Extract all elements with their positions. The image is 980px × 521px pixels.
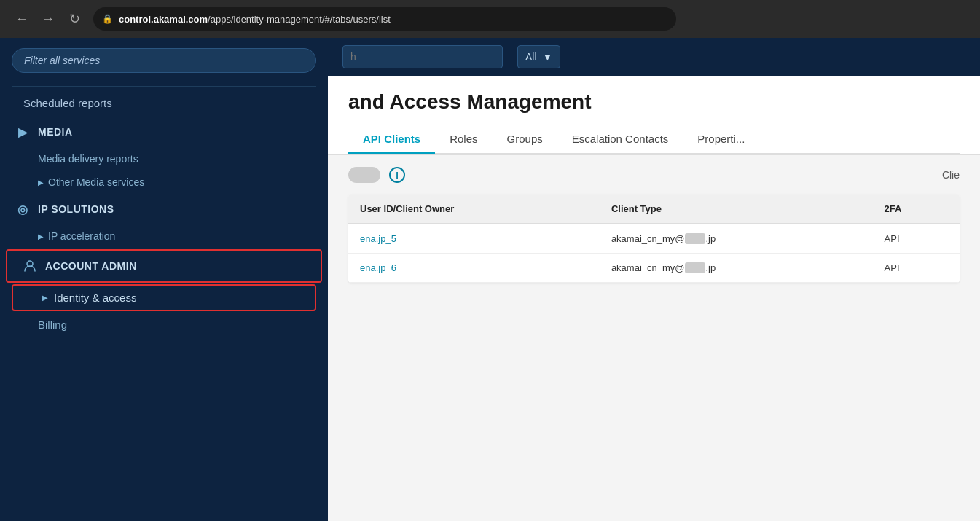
back-button[interactable]: ← bbox=[12, 9, 32, 29]
address-domain: control.akamai.com bbox=[119, 14, 208, 25]
filter-all-label: All bbox=[525, 51, 537, 63]
dropdown-arrow-icon: ▼ bbox=[543, 51, 553, 63]
client-name-cell: ena.jp_5 bbox=[348, 224, 600, 254]
clie-label: Clie bbox=[942, 169, 960, 181]
sidebar-item-identity-access[interactable]: ▶ Identity & access bbox=[12, 284, 316, 311]
user-id-cell-2: akamai_cn_my@ .jp bbox=[600, 254, 873, 283]
main-layout: Filter all services Scheduled reports ▶ … bbox=[0, 38, 980, 521]
browser-chrome: ← → ↻ 🔒 control.akamai.com/apps/identity… bbox=[0, 0, 980, 38]
client-type-cell-2: API bbox=[873, 254, 960, 283]
sidebar-item-media-delivery-reports[interactable]: Media delivery reports bbox=[0, 147, 328, 171]
tab-groups[interactable]: Groups bbox=[493, 125, 557, 154]
ip-acceleration-label: IP acceleration bbox=[48, 230, 115, 242]
reload-button[interactable]: ↻ bbox=[64, 9, 85, 29]
table-row: ena.jp_5 akamai_cn_my@ .jp API bbox=[348, 224, 960, 254]
filter-services-button[interactable]: Filter all services bbox=[12, 48, 316, 73]
table-area: i Clie User ID/Client Owner Client Type bbox=[328, 155, 980, 294]
sidebar-item-other-media-services[interactable]: ▶ Other Media services bbox=[0, 171, 328, 194]
client-type-cell-1: API bbox=[873, 224, 960, 254]
content-area: All ▼ and Access Management API Clients … bbox=[328, 38, 980, 521]
tab-escalation-contacts[interactable]: Escalation Contacts bbox=[557, 125, 683, 154]
sidebar-item-scheduled-reports[interactable]: Scheduled reports bbox=[0, 90, 328, 117]
ip-expand-arrow-icon: ▶ bbox=[38, 232, 44, 240]
client-name-cell-2: ena.jp_6 bbox=[348, 254, 600, 283]
user-id-cell-1: akamai_cn_my@ .jp bbox=[600, 224, 873, 254]
col-header-user-id: User ID/Client Owner bbox=[348, 195, 600, 224]
account-admin-label: ACCOUNT ADMIN bbox=[45, 260, 137, 272]
address-path: /apps/identity-management/#/tabs/users/l… bbox=[208, 14, 391, 25]
sidebar-item-billing[interactable]: Billing bbox=[0, 313, 328, 337]
identity-access-label: Identity & access bbox=[54, 291, 136, 304]
other-media-label: Other Media services bbox=[48, 176, 144, 188]
data-table: User ID/Client Owner Client Type 2FA bbox=[348, 195, 960, 283]
col-header-2fa: 2FA bbox=[873, 195, 960, 224]
table-controls: i Clie bbox=[348, 167, 960, 183]
page-header: and Access Management API Clients Roles … bbox=[328, 76, 980, 155]
media-delivery-label: Media delivery reports bbox=[38, 153, 138, 165]
page-title: and Access Management bbox=[348, 90, 960, 114]
tab-properties[interactable]: Properti... bbox=[683, 125, 759, 154]
expand-arrow-icon: ▶ bbox=[38, 179, 44, 187]
page-content: and Access Management API Clients Roles … bbox=[328, 76, 980, 521]
media-icon: ▶ bbox=[15, 124, 31, 140]
toggle-button[interactable] bbox=[348, 167, 380, 183]
identity-expand-arrow-icon: ▶ bbox=[42, 294, 48, 302]
lock-icon: 🔒 bbox=[102, 14, 113, 24]
top-bar: All ▼ bbox=[328, 38, 980, 76]
filter-dropdown[interactable]: All ▼ bbox=[517, 45, 560, 68]
blurred-domain-2 bbox=[685, 262, 706, 273]
table-row: ena.jp_6 akamai_cn_my@ .jp API bbox=[348, 254, 960, 283]
blurred-domain-1 bbox=[685, 233, 706, 244]
account-admin-icon bbox=[22, 258, 38, 274]
client-link-2[interactable]: ena.jp_6 bbox=[360, 262, 396, 273]
tab-api-clients[interactable]: API Clients bbox=[348, 125, 435, 154]
client-link-1[interactable]: ena.jp_5 bbox=[360, 233, 396, 244]
address-text: control.akamai.com/apps/identity-managem… bbox=[119, 14, 391, 25]
forward-button[interactable]: → bbox=[38, 9, 58, 29]
scheduled-reports-label: Scheduled reports bbox=[23, 97, 112, 109]
billing-label: Billing bbox=[38, 318, 67, 331]
sidebar-item-ip-acceleration[interactable]: ▶ IP acceleration bbox=[0, 224, 328, 248]
col-header-client-type: Client Type bbox=[600, 195, 873, 224]
nav-buttons: ← → ↻ bbox=[12, 9, 85, 29]
address-bar[interactable]: 🔒 control.akamai.com/apps/identity-manag… bbox=[93, 7, 676, 31]
info-icon[interactable]: i bbox=[389, 167, 405, 183]
search-input[interactable] bbox=[342, 45, 503, 68]
table-header-row: User ID/Client Owner Client Type 2FA bbox=[348, 195, 960, 224]
ip-solutions-icon: ◎ bbox=[15, 201, 31, 217]
ip-solutions-label: IP SOLUTIONS bbox=[38, 203, 114, 215]
tabs: API Clients Roles Groups Escalation Cont… bbox=[348, 125, 960, 154]
media-label: MEDIA bbox=[38, 126, 73, 138]
sidebar: Filter all services Scheduled reports ▶ … bbox=[0, 38, 328, 521]
sidebar-section-ip-solutions[interactable]: ◎ IP SOLUTIONS bbox=[0, 194, 328, 224]
sidebar-section-media[interactable]: ▶ MEDIA bbox=[0, 117, 328, 147]
sidebar-section-account-admin[interactable]: ACCOUNT ADMIN bbox=[6, 249, 322, 283]
sidebar-divider bbox=[12, 86, 316, 87]
tab-roles[interactable]: Roles bbox=[435, 125, 492, 154]
